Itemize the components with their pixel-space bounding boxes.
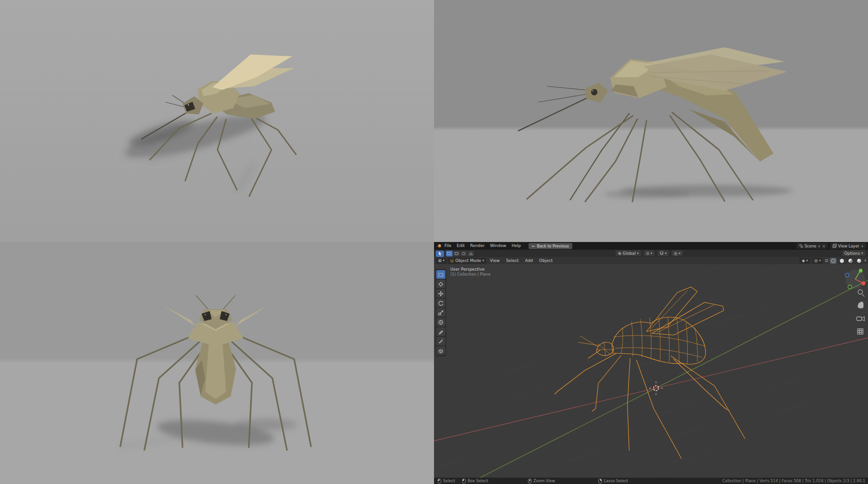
zoom-view-icon[interactable] (858, 290, 864, 296)
viewport-canvas (434, 264, 868, 478)
viewport-header-left: ⊞ ▾ Object Mode ▾ View Select Add Object (434, 257, 555, 265)
scene-icon (799, 244, 803, 248)
tool-select-box[interactable] (436, 270, 445, 279)
new-scene-icon[interactable]: + (818, 244, 821, 248)
menu-help[interactable]: Help (509, 242, 524, 250)
left-mouse-icon (438, 479, 441, 484)
x-axis-line (434, 338, 868, 441)
tool-cursor[interactable] (436, 280, 445, 288)
active-collection-label: (1) Collection | Plane (450, 272, 490, 277)
mosquito-render-front (0, 242, 434, 484)
status-hint-box-select: Box Select (462, 479, 488, 484)
camera-view-icon[interactable] (857, 317, 864, 321)
transform-settings-cluster: ⊕ Global ▾ ⊙ ▾ ▾ ◎ ▾ (616, 250, 683, 256)
orientation-dropdown[interactable]: ⊕ Global ▾ (616, 250, 641, 256)
scene-selector[interactable]: Scene + × (797, 243, 828, 249)
navigation-gizmo[interactable] (845, 269, 865, 289)
view-layer-selector[interactable]: View Layer + (830, 243, 866, 249)
active-tool-cluster (436, 250, 475, 257)
unlink-scene-icon[interactable]: × (822, 244, 825, 248)
pan-view-icon[interactable] (858, 301, 863, 308)
right-mouse-icon (598, 479, 602, 484)
menu-object[interactable]: Object (537, 257, 555, 265)
screenshot-root: File Edit Render Window Help ← Back to P… (0, 0, 868, 484)
pivot-dropdown[interactable]: ⊙ ▾ (644, 250, 655, 256)
options-dropdown[interactable]: Options ▾ (842, 250, 865, 256)
blender-topbar: File Edit Render Window Help ← Back to P… (434, 242, 868, 250)
editor-type-icon: ⊞ (438, 258, 442, 263)
status-hint-zoom-view: Zoom View (528, 479, 555, 484)
tool-scale[interactable] (436, 308, 445, 317)
gizmo-toggle-icon: ◈ (802, 258, 805, 263)
snap-toggle[interactable]: ▾ (657, 250, 669, 256)
object-mode-icon (450, 259, 454, 263)
viewport-3d[interactable]: User Perspective (1) Collection | Plane (434, 264, 868, 478)
magnet-icon (660, 251, 664, 256)
blender-window: File Edit Render Window Help ← Back to P… (434, 242, 868, 484)
shading-material-button[interactable] (847, 258, 854, 264)
options-cluster: Options ▾ (842, 250, 865, 256)
viewport-side-controls (857, 290, 864, 334)
shading-solid-button[interactable] (838, 258, 845, 264)
tool-option-segments (445, 250, 475, 257)
editor-type-button[interactable]: ⊞ ▾ (436, 258, 447, 264)
back-arrow-icon: ← (532, 244, 535, 248)
new-view-layer-icon[interactable]: + (861, 244, 864, 248)
viewport-info: User Perspective (1) Collection | Plane (450, 267, 490, 277)
status-hint-select: Select (438, 479, 455, 484)
overlays-dropdown[interactable]: ◎ ▾ (812, 258, 823, 264)
tool-option-1[interactable] (446, 251, 453, 257)
shading-wireframe-button[interactable] (830, 258, 837, 264)
left-mouse-drag-icon (462, 479, 466, 484)
floor-grid (434, 264, 868, 478)
proportional-edit-icon: ◎ (674, 251, 677, 256)
blender-logo-icon[interactable] (436, 243, 442, 248)
view-perspective-label: User Perspective (450, 267, 490, 272)
topbar-right-cluster: Scene + × View Layer + (797, 242, 866, 250)
render-view-side (434, 0, 868, 242)
tool-option-4[interactable] (468, 251, 475, 257)
middle-mouse-icon (528, 479, 532, 484)
shading-rendered-button[interactable] (856, 258, 863, 264)
menu-window[interactable]: Window (488, 242, 509, 250)
mosquito-render-side (434, 0, 868, 242)
mode-dropdown[interactable]: Object Mode ▾ (448, 258, 486, 264)
menu-render[interactable]: Render (468, 242, 488, 250)
tool-transform[interactable] (436, 318, 445, 326)
menu-file[interactable]: File (442, 242, 454, 250)
tool-add-primitive[interactable] (436, 346, 445, 355)
orientation-icon: ⊕ (618, 251, 621, 256)
pivot-icon: ⊙ (646, 251, 650, 256)
status-hint-lasso-select: Lasso Select (598, 479, 628, 484)
toolbar (435, 269, 446, 356)
tool-rotate[interactable] (436, 299, 445, 307)
overlays-icon: ◎ (814, 258, 818, 263)
tool-option-3[interactable] (460, 251, 468, 257)
render-view-front (0, 242, 434, 484)
tool-settings-bar: ⊕ Global ▾ ⊙ ▾ ▾ ◎ ▾ (434, 250, 868, 257)
proportional-edit-toggle[interactable]: ◎ ▾ (671, 250, 682, 256)
menu-view[interactable]: View (487, 257, 502, 265)
menu-edit[interactable]: Edit (454, 242, 467, 250)
tool-measure[interactable] (436, 337, 445, 346)
tool-move[interactable] (436, 289, 445, 298)
shading-dropdown-icon[interactable]: ▾ (864, 259, 866, 262)
viewport-header: ⊞ ▾ Object Mode ▾ View Select Add Object… (434, 257, 868, 264)
perspective-toggle-icon[interactable] (858, 329, 863, 334)
tool-annotate[interactable] (436, 327, 445, 336)
mosquito-render-perspective (0, 0, 434, 242)
render-view-perspective (0, 0, 434, 242)
menu-select[interactable]: Select (503, 257, 522, 265)
statusbar: Select Box Select Zoom View Lasso Select… (434, 478, 868, 484)
active-tool-button[interactable] (436, 251, 444, 257)
menu-add[interactable]: Add (522, 257, 535, 265)
xray-toggle-icon[interactable]: ⊡ (825, 258, 829, 263)
tool-option-2[interactable] (453, 251, 460, 257)
back-to-previous-button[interactable]: ← Back to Previous (528, 243, 573, 249)
object-visibility-dropdown[interactable]: ◈ ▾ (799, 258, 810, 264)
scene-statistics: Collection | Plane | Verts 514 | Faces 5… (722, 479, 865, 483)
mosquito-wireframe[interactable] (555, 287, 745, 459)
view-layer-icon (833, 244, 837, 248)
viewport-header-right: ◈ ▾ ◎ ▾ ⊡ ▾ (799, 258, 866, 264)
